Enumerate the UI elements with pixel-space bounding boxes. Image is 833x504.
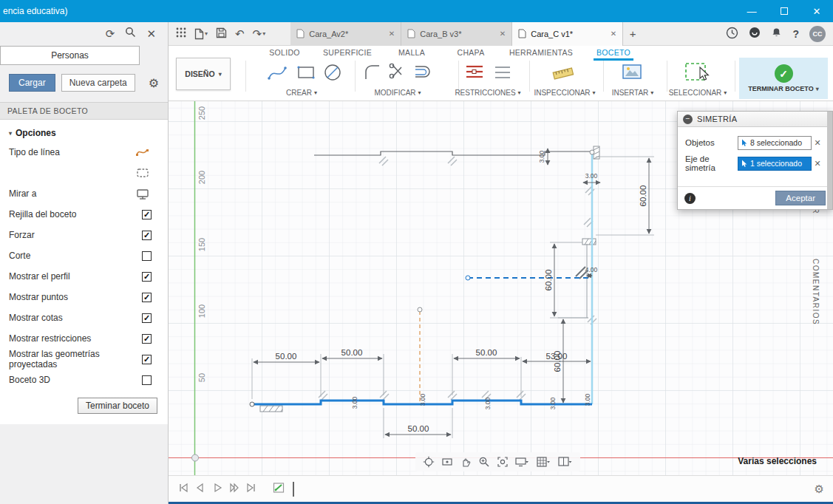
look-at-icon[interactable] [134, 188, 152, 200]
play-icon[interactable] [211, 482, 223, 496]
accept-button[interactable]: Aceptar [775, 191, 826, 205]
rectangle-tool-icon[interactable] [296, 62, 316, 85]
dimension-value[interactable]: 50.00 [341, 348, 363, 357]
clear-selection-icon[interactable]: ✕ [812, 159, 823, 168]
refresh-icon[interactable]: ⟳ [106, 28, 115, 39]
file-menu-icon[interactable]: ▾ [194, 28, 208, 40]
checkbox[interactable]: ✓ [142, 293, 152, 302]
gear-icon[interactable]: ⚙ [149, 76, 159, 90]
tab-solido[interactable]: SOLIDO [266, 47, 302, 58]
grid-settings-icon[interactable] [537, 456, 551, 468]
group-crear[interactable]: CREAR▾ [286, 89, 317, 97]
dimension-value[interactable]: 50.00 [276, 352, 297, 361]
tab-personas[interactable]: Personas [0, 46, 140, 65]
sketch-point[interactable] [466, 276, 470, 280]
document-tab-active[interactable]: Cara_C v1* ✕ [512, 22, 623, 46]
dimension-value[interactable]: 4.00 [585, 266, 598, 273]
save-icon[interactable] [216, 27, 227, 41]
tab-herramientas[interactable]: HERRAMIENTAS [506, 47, 576, 58]
checkbox[interactable] [142, 375, 152, 385]
dimension-value[interactable]: 3.00 [351, 396, 358, 409]
dialog-scrollbar[interactable] [827, 112, 832, 209]
skip-to-end-icon[interactable] [245, 482, 257, 496]
close-tab-icon[interactable]: ✕ [500, 30, 506, 38]
checkbox[interactable]: ✓ [142, 334, 152, 344]
group-modificar[interactable]: MODIFICAR▾ [374, 89, 421, 97]
display-settings-icon[interactable] [515, 456, 530, 468]
checkbox[interactable]: ✓ [142, 355, 152, 364]
app-grid-icon[interactable] [176, 27, 186, 40]
comments-side-tab[interactable]: COMENTARIOS [812, 259, 820, 325]
zoom-icon[interactable] [478, 456, 490, 468]
tab-superficie[interactable]: SUPERFICIE [320, 47, 375, 58]
objects-selection-field[interactable]: 8 seleccionado [738, 136, 812, 150]
zoom-fit-icon[interactable] [497, 456, 509, 468]
checkbox[interactable]: ✓ [142, 272, 152, 282]
group-inspeccionar[interactable]: INSPECCIONAR▾ [534, 89, 595, 97]
search-icon[interactable] [125, 27, 136, 40]
help-icon[interactable]: ? [792, 28, 799, 40]
origin-point[interactable] [192, 454, 199, 461]
undo-icon[interactable]: ↶ [235, 28, 245, 39]
finish-sketch-ribbon-button[interactable]: ✓ TERMINAR BOCETO▾ [739, 58, 828, 99]
axis-selection-field[interactable]: 1 seleccionado [738, 157, 812, 171]
timeline-settings-gear-icon[interactable]: ⚙ [815, 483, 824, 496]
checkbox[interactable]: ✓ [142, 313, 152, 323]
step-back-icon[interactable] [194, 482, 206, 496]
close-tab-icon[interactable]: ✕ [611, 30, 616, 38]
workspace-switcher[interactable]: DISEÑO ▾ [176, 58, 231, 90]
dimension-value[interactable]: 50.00 [408, 424, 429, 433]
dimension-value[interactable]: 60.00 [544, 270, 553, 291]
dialog-header[interactable]: − SIMETRÍA [678, 112, 832, 127]
line-type-icon[interactable] [134, 147, 152, 157]
tab-boceto[interactable]: BOCETO [594, 47, 633, 61]
new-tab-button[interactable]: + [623, 22, 642, 46]
sketch-point[interactable] [418, 307, 422, 312]
document-tab[interactable]: Cara_B v3* ✕ [401, 22, 512, 46]
tab-malla[interactable]: MALLA [395, 47, 428, 58]
timeline-position-marker[interactable] [293, 482, 294, 497]
redo-icon[interactable]: ↷▾ [253, 28, 266, 39]
clear-selection-icon[interactable]: ✕ [812, 138, 823, 148]
new-folder-button[interactable]: Nueva carpeta [61, 74, 135, 92]
group-seleccionar[interactable]: SELECCIONAR▾ [669, 89, 727, 97]
insert-image-icon[interactable] [621, 62, 643, 84]
fast-forward-icon[interactable] [228, 482, 240, 496]
sketch-feature-icon[interactable] [273, 481, 286, 497]
dimension-value[interactable]: 3.00 [419, 393, 426, 406]
tab-chapa[interactable]: CHAPA [455, 47, 488, 58]
job-status-icon[interactable] [726, 27, 738, 41]
construction-line-icon[interactable] [134, 168, 152, 178]
collapse-icon[interactable]: − [683, 115, 693, 124]
checkbox[interactable] [142, 251, 152, 261]
dimension-value[interactable]: 3.00 [484, 397, 492, 409]
dimension-value[interactable]: 3.00 [538, 150, 545, 163]
document-tab[interactable]: Cara_Av2* ✕ [290, 22, 401, 46]
notifications-bell-icon[interactable] [771, 27, 782, 41]
dimension-value[interactable]: 3.00 [584, 393, 591, 406]
dimension-value[interactable]: 60.00 [639, 185, 647, 207]
offset-tool-icon[interactable] [412, 62, 433, 84]
info-icon[interactable]: i [684, 193, 696, 204]
checkbox[interactable]: ✓ [142, 231, 152, 240]
sketch-point[interactable] [590, 150, 594, 154]
checkbox[interactable]: ✓ [142, 210, 152, 219]
sketch-point[interactable] [250, 402, 254, 406]
trim-scissors-icon[interactable] [387, 62, 407, 84]
measure-tool-icon[interactable] [551, 62, 575, 85]
dimension-value[interactable]: 60.00 [553, 351, 562, 372]
close-tab-icon[interactable]: ✕ [389, 30, 395, 38]
dimension-value[interactable]: 3.00 [585, 172, 598, 180]
look-at-icon[interactable] [441, 456, 453, 468]
close-button[interactable]: ✕ [800, 0, 833, 22]
circle-tool-icon[interactable] [322, 62, 343, 85]
constraints-alt-icon[interactable] [492, 62, 513, 84]
upload-button[interactable]: Cargar [9, 74, 55, 92]
options-section-header[interactable]: ▾ Opciones [9, 124, 168, 142]
viewports-icon[interactable] [558, 456, 573, 468]
orbit-icon[interactable] [423, 456, 435, 468]
line-tool-icon[interactable] [266, 62, 288, 85]
skip-to-start-icon[interactable] [177, 482, 189, 496]
profile-status-icon[interactable] [749, 27, 761, 41]
pan-icon[interactable] [460, 456, 472, 468]
